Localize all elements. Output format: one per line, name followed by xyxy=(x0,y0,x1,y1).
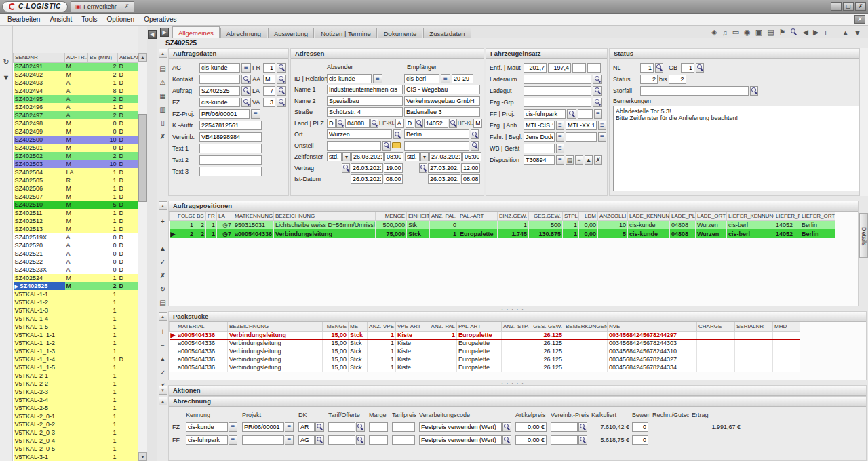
cell[interactable]: 0,00 xyxy=(579,229,598,238)
search-button[interactable] xyxy=(277,86,286,96)
add-row-icon[interactable]: + xyxy=(158,327,167,336)
cell[interactable]: V5TKAL-1_1-4 xyxy=(14,355,65,363)
minimize-button[interactable]: – xyxy=(831,2,842,11)
cell[interactable]: D xyxy=(118,152,138,160)
cell[interactable]: 1 xyxy=(88,193,118,201)
cell[interactable]: Verbindungsleitung xyxy=(274,229,376,238)
cell[interactable] xyxy=(118,339,138,347)
search-button[interactable] xyxy=(593,86,602,96)
cell[interactable]: A xyxy=(65,103,88,111)
column-header[interactable]: GES.GEW. xyxy=(529,212,563,220)
cell[interactable] xyxy=(118,396,138,404)
cell[interactable]: 1 xyxy=(498,220,529,229)
refresh-icon[interactable]: ↻ xyxy=(158,285,167,294)
column-header[interactable]: MHD xyxy=(773,322,800,331)
cell[interactable]: V5TKAL-2-1 xyxy=(14,372,65,380)
bemerkungen-textarea[interactable]: Abladestelle Tor 5.3! Bitte Zeitfenster … xyxy=(613,106,863,191)
cell[interactable]: Stck xyxy=(349,363,368,372)
add-row-icon[interactable]: + xyxy=(158,217,167,226)
copy-icon[interactable]: ▤ xyxy=(767,28,774,37)
cell[interactable] xyxy=(118,388,138,396)
cell[interactable]: 75,000 xyxy=(376,229,407,238)
table-row[interactable]: SZ402499M0D xyxy=(14,127,138,136)
cell[interactable]: 1 xyxy=(88,355,118,363)
cell[interactable]: 04808 xyxy=(670,220,696,229)
cell[interactable]: 1 xyxy=(88,209,118,217)
column-header[interactable]: ANZ.-PAL xyxy=(427,322,457,331)
collapse-section-icon[interactable]: ▴ xyxy=(159,312,167,321)
table-row[interactable]: V5TKAL-1-41 xyxy=(14,315,138,323)
cell[interactable]: D xyxy=(118,258,138,266)
cell[interactable]: M xyxy=(65,160,88,168)
remove-icon[interactable]: − xyxy=(833,28,837,37)
gb-input[interactable] xyxy=(681,63,694,73)
fahrer-input[interactable] xyxy=(524,132,555,142)
table-row[interactable]: SZ402507M1D xyxy=(14,193,138,201)
cell[interactable]: LA xyxy=(65,168,88,176)
cell[interactable]: Stck xyxy=(407,229,430,238)
absender-plz-input[interactable] xyxy=(345,119,370,128)
cell[interactable] xyxy=(118,404,138,412)
cell[interactable]: 14052 xyxy=(774,229,800,238)
cell[interactable] xyxy=(170,220,176,229)
empfaenger-land-input[interactable] xyxy=(406,119,414,128)
cell[interactable] xyxy=(170,355,176,363)
empfaenger-ort-input[interactable] xyxy=(404,129,469,139)
fz-tarifpreis-input[interactable] xyxy=(392,422,415,432)
cell[interactable] xyxy=(118,315,138,323)
cell[interactable]: ▶ xyxy=(170,229,176,238)
search-button[interactable] xyxy=(655,63,663,73)
cell[interactable]: SZ402492 xyxy=(14,71,65,79)
cell[interactable]: Kiste xyxy=(396,347,427,355)
cell[interactable]: 0,00 xyxy=(579,220,598,229)
begleiter-input[interactable] xyxy=(566,132,597,142)
cell[interactable]: Europalette xyxy=(457,331,502,339)
cell[interactable]: 0 xyxy=(430,220,458,229)
column-header[interactable]: PAL-ART xyxy=(457,322,502,331)
kauftr-input[interactable] xyxy=(199,121,262,130)
cell[interactable]: 1 xyxy=(88,290,118,298)
absender-ist-datum-input[interactable] xyxy=(351,174,383,184)
search-button[interactable] xyxy=(471,141,479,151)
la-input[interactable] xyxy=(263,86,275,96)
cell[interactable]: V5TKAL-1_1-5 xyxy=(14,363,65,372)
notification-icon[interactable]: ◉ xyxy=(744,28,751,37)
cell[interactable]: 5 xyxy=(598,229,628,238)
column-header[interactable]: BEZEICHNUNG xyxy=(228,322,323,331)
table-row[interactable]: 121◷7950315031Lichtscheibe weiss D=56mm/… xyxy=(170,220,835,229)
search-button[interactable] xyxy=(277,75,286,84)
cell[interactable] xyxy=(65,420,88,428)
table-row[interactable]: ▶221◷7a0005404336Verbindungsleitung75,00… xyxy=(170,229,835,238)
cell[interactable]: V5TKAL-3-1 xyxy=(14,453,65,461)
table-row[interactable]: a0005404336Verbindungsleitung15,00Stck1K… xyxy=(170,363,800,372)
list-icon[interactable] xyxy=(373,74,382,83)
cell[interactable]: ◷7 xyxy=(217,229,233,238)
print-icon[interactable]: ▤ xyxy=(566,155,574,165)
table-row[interactable]: V5TKAL-1_1-51 xyxy=(14,363,138,372)
details-side-tab[interactable]: Details xyxy=(859,213,868,258)
remove-row-icon[interactable]: − xyxy=(158,341,167,350)
cell[interactable]: 8 xyxy=(88,87,118,95)
cell[interactable] xyxy=(773,331,800,339)
cell[interactable]: 1 xyxy=(88,347,118,355)
cell[interactable]: 1 xyxy=(206,229,217,238)
cell[interactable]: 1 xyxy=(88,323,118,331)
empfaenger-ortsteil-input[interactable] xyxy=(404,141,469,151)
cell[interactable]: V5TKAL-1-1 xyxy=(14,290,65,298)
cell[interactable]: 2 xyxy=(195,220,206,229)
cell[interactable]: a0005404336 xyxy=(176,363,228,372)
cell[interactable]: D xyxy=(118,225,138,233)
table-row[interactable]: V5TKAL-2_0-51 xyxy=(14,445,138,453)
cell[interactable]: V5TKAL-1_1-3 xyxy=(14,347,65,355)
cell[interactable]: D xyxy=(118,103,138,111)
search-button[interactable] xyxy=(750,86,758,96)
sidebar-scrollbar[interactable]: ▲ ▼ xyxy=(138,53,147,461)
cell[interactable]: V5TKAL-2_0-2 xyxy=(14,420,65,428)
search-button[interactable] xyxy=(593,75,602,84)
cell[interactable] xyxy=(65,323,88,331)
maut2-input[interactable] xyxy=(587,63,601,73)
cell[interactable]: M xyxy=(65,282,88,290)
ff-tarif-input[interactable] xyxy=(328,435,355,445)
cell[interactable]: Verbindungsleitung xyxy=(228,347,323,355)
cell[interactable] xyxy=(118,445,138,453)
